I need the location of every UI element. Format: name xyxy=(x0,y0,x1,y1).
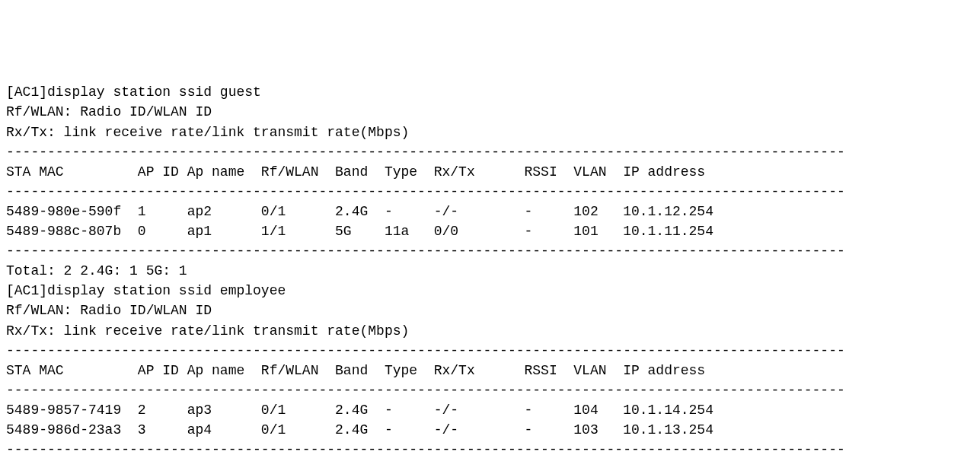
terminal-output: [AC1]display station ssid guest Rf/WLAN:… xyxy=(6,82,974,455)
